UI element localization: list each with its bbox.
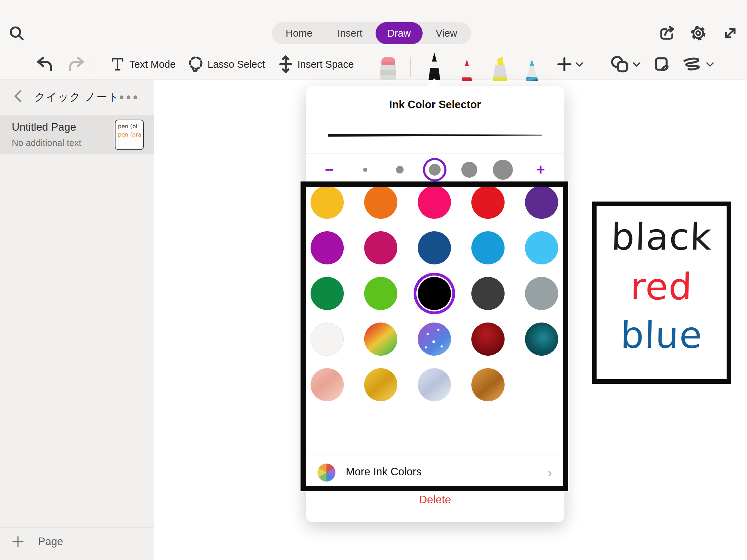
tab-draw[interactable]: Draw [376, 22, 423, 44]
sidebar-header: クイック ノート [0, 80, 154, 114]
text-mode-label[interactable]: Text Mode [129, 59, 176, 70]
black-pen-tool[interactable] [425, 51, 444, 81]
stroke-preview [328, 133, 542, 138]
swatch-white[interactable] [311, 323, 344, 356]
top-bar: HomeInsertDrawView [0, 0, 747, 80]
page-title: Untitled Page [12, 121, 76, 133]
page-list-item[interactable]: Untitled Page No additional text pen (bl… [0, 115, 154, 154]
ink-replay-chevron-icon[interactable] [706, 62, 714, 68]
color-swatch-grid [311, 186, 560, 401]
tab-view[interactable]: View [424, 22, 469, 44]
ink-word-red: red [596, 265, 727, 308]
red-pen-tool[interactable] [458, 59, 476, 82]
insert-space-label[interactable]: Insert Space [297, 59, 354, 70]
thickness-dot-4[interactable] [461, 162, 477, 178]
swatch-sky-blue[interactable] [525, 231, 558, 264]
more-ink-colors-row[interactable]: More Ink Colors › [306, 456, 564, 489]
settings-gear-icon[interactable] [690, 25, 707, 41]
text-mode-icon[interactable] [109, 56, 126, 73]
thickness-selector: − + [306, 154, 564, 186]
ink-drawing-box: blackredblue [592, 202, 731, 384]
add-page-label: Page [38, 535, 63, 548]
swatch-gold-yellow[interactable] [311, 186, 344, 219]
ink-color-selector-popup: Ink Color Selector − + More Ink Colors ›… [306, 86, 564, 522]
swatch-black[interactable] [418, 277, 451, 310]
undo-button[interactable] [35, 55, 53, 73]
thumbnail-ink-text: pen (ora [118, 131, 143, 139]
swatch-pink[interactable] [418, 186, 451, 219]
swatch-teal-smoke[interactable] [525, 323, 558, 356]
add-pen-button[interactable] [556, 56, 573, 73]
chevron-right-icon: › [547, 465, 552, 480]
shapes-icon[interactable] [610, 55, 630, 73]
color-wheel-icon [317, 464, 335, 482]
plus-icon [12, 535, 24, 548]
yellow-highlighter-tool[interactable] [490, 56, 510, 82]
page-subtitle: No additional text [12, 138, 81, 148]
insert-space-icon[interactable] [277, 55, 295, 74]
swatch-light-green[interactable] [364, 277, 397, 310]
add-pen-chevron-icon[interactable] [575, 62, 584, 68]
swatch-blue[interactable] [471, 231, 505, 264]
thickness-dot-2[interactable] [396, 166, 404, 174]
swatch-dark-red-marble[interactable] [471, 323, 505, 356]
swatch-dark-pink[interactable] [364, 231, 397, 264]
share-icon[interactable] [658, 25, 675, 41]
swatch-magenta[interactable] [311, 231, 344, 264]
thickness-dot-1[interactable] [363, 168, 367, 172]
swatch-gray[interactable] [525, 277, 558, 310]
page-list-sidebar: クイック ノート Untitled Page No additional tex… [0, 80, 154, 560]
lasso-select-label[interactable]: Lasso Select [208, 59, 265, 70]
swatch-bronze-copper[interactable] [471, 368, 505, 401]
more-ink-colors-label: More Ink Colors [346, 466, 422, 478]
thickness-minus-button[interactable]: − [325, 162, 334, 177]
page-thumbnail: pen (blpen (ora [115, 120, 144, 150]
thumbnail-ink-text: pen (bl [118, 122, 143, 131]
swatch-orange[interactable] [364, 186, 397, 219]
fullscreen-expand-icon[interactable] [722, 25, 739, 41]
thickness-selected-ring [423, 158, 446, 181]
swatch-rose-gold[interactable] [311, 368, 344, 401]
ink-word-blue: blue [596, 314, 727, 356]
more-options-icon[interactable] [120, 95, 137, 99]
galaxy-pencil-tool[interactable] [523, 59, 541, 82]
swatch-purple[interactable] [525, 186, 558, 219]
shapes-chevron-icon[interactable] [632, 62, 641, 68]
swatch-galaxy[interactable] [418, 323, 451, 356]
swatch-silver[interactable] [418, 368, 451, 401]
swatch-dark-gray[interactable] [471, 277, 505, 310]
popup-caret [426, 78, 442, 86]
ribbon-tab-bar: HomeInsertDrawView [272, 22, 471, 44]
redo-button[interactable] [68, 55, 86, 73]
swatch-gold-metallic[interactable] [364, 368, 397, 401]
search-icon[interactable] [8, 25, 25, 41]
tab-insert[interactable]: Insert [325, 22, 374, 44]
ink-annotate-icon[interactable] [652, 55, 670, 73]
swatch-rainbow-glitter[interactable] [364, 323, 397, 356]
eraser-tool[interactable] [378, 57, 398, 81]
lasso-select-icon[interactable] [187, 55, 205, 73]
swatch-red[interactable] [471, 186, 505, 219]
swatch-navy-blue[interactable] [418, 231, 451, 264]
delete-pen-button[interactable]: Delete [306, 493, 564, 506]
tab-home[interactable]: Home [274, 22, 324, 44]
popup-title: Ink Color Selector [306, 99, 564, 111]
ink-word-black: black [596, 216, 727, 258]
thickness-plus-button[interactable]: + [536, 162, 545, 177]
ink-replay-icon[interactable] [683, 57, 703, 73]
swatch-green[interactable] [311, 277, 344, 310]
sidebar-footer: Page [0, 528, 154, 560]
thickness-dot-5[interactable] [493, 160, 513, 180]
add-page-button[interactable]: Page [12, 535, 63, 548]
